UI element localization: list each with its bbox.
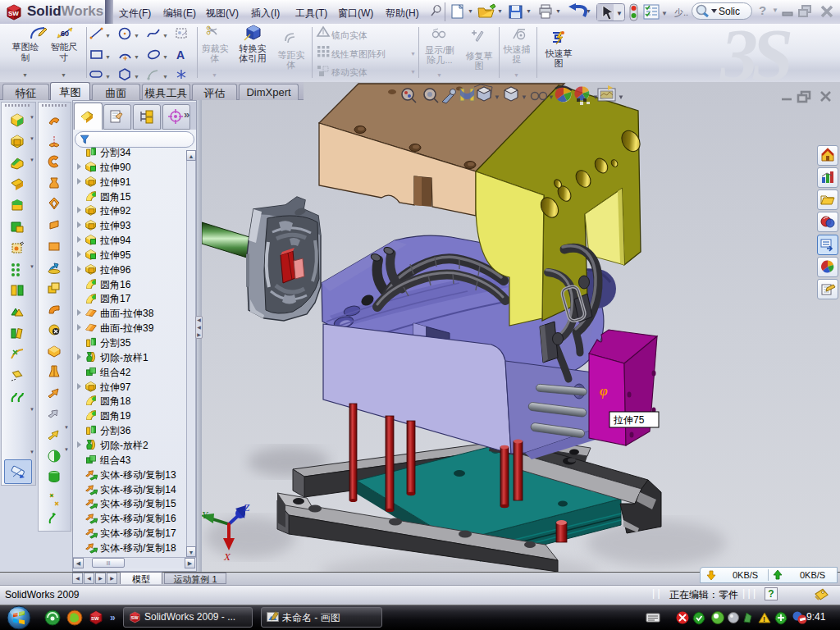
svg-text:A: A (176, 48, 185, 62)
svg-text:▼: ▼ (494, 94, 500, 101)
svg-text:▼: ▼ (521, 94, 527, 101)
svg-text:SW: SW (131, 615, 139, 620)
svg-text:▼: ▼ (618, 94, 624, 101)
svg-text:Z: Z (244, 501, 250, 514)
svg-text:60: 60 (61, 30, 69, 38)
svg-text:X: X (223, 550, 231, 563)
svg-text:▼: ▼ (616, 10, 623, 17)
svg-text:少..: 少.. (674, 7, 688, 17)
svg-text:▼: ▼ (661, 10, 668, 17)
svg-text:»: » (110, 612, 116, 623)
svg-text:SW: SW (8, 10, 19, 17)
svg-text:SW: SW (91, 616, 99, 621)
svg-text:φ: φ (600, 383, 608, 399)
svg-text:▼: ▼ (548, 94, 555, 101)
svg-text:拉伸75: 拉伸75 (613, 414, 645, 426)
svg-text:!: ! (763, 615, 765, 623)
